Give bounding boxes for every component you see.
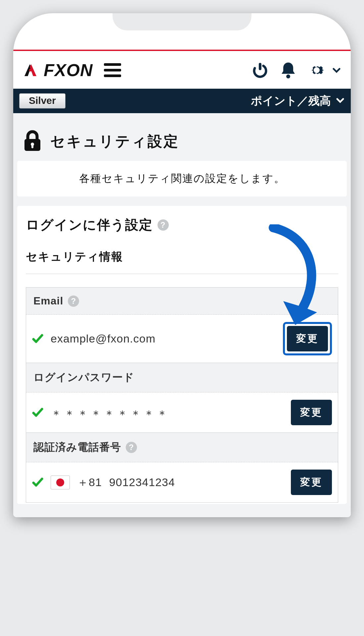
japan-flag-icon — [51, 476, 70, 489]
highlight-frame: 変更 — [283, 322, 332, 355]
help-icon[interactable]: ? — [126, 442, 137, 453]
password-row: ＊＊＊＊＊＊＊＊＊ 変更 — [26, 392, 338, 433]
change-password-button[interactable]: 変更 — [291, 400, 332, 425]
svg-rect-1 — [104, 63, 121, 66]
security-info-subheading: セキュリティ情報 — [26, 249, 338, 264]
intro-card: 各種セキュリティ関連の設定をします。 — [17, 161, 347, 197]
email-row: example@fxon.com 変更 — [26, 315, 338, 363]
power-icon[interactable] — [251, 62, 269, 79]
phone-label: 認証済み電話番号 — [33, 440, 121, 455]
help-icon[interactable]: ? — [68, 295, 79, 307]
password-label: ログインパスワード — [33, 370, 134, 385]
svg-rect-10 — [31, 145, 33, 148]
svg-point-6 — [286, 74, 290, 78]
svg-rect-3 — [104, 74, 121, 77]
account-strip: Silver ポイント／残高 — [13, 89, 351, 113]
app-bar: FXON — [13, 51, 351, 89]
password-header: ログインパスワード — [26, 363, 338, 392]
check-icon — [32, 333, 43, 344]
brand-logo[interactable]: FXON — [21, 60, 93, 80]
lock-icon — [23, 129, 42, 154]
check-icon — [32, 407, 43, 418]
brand-logo-mark-icon — [21, 61, 40, 79]
email-label: Email — [33, 295, 63, 307]
gear-icon[interactable] — [308, 61, 326, 79]
appbar-actions — [251, 61, 341, 79]
divider — [26, 274, 338, 274]
brand-logo-text: FXON — [44, 60, 93, 80]
phone-number: 9012341234 — [109, 476, 175, 489]
page-title-row: セキュリティ設定 — [17, 120, 347, 161]
screen: FXON — [13, 13, 351, 517]
svg-point-0 — [29, 69, 32, 71]
chevron-down-icon — [336, 95, 345, 108]
change-phone-button[interactable]: 変更 — [291, 470, 332, 495]
balance-label: ポイント／残高 — [251, 93, 331, 109]
security-table: Email ? example@fxon.com 変更 — [26, 287, 338, 503]
password-value: ＊＊＊＊＊＊＊＊＊ — [51, 407, 170, 422]
check-icon — [32, 477, 43, 488]
svg-rect-5 — [259, 63, 261, 70]
email-header: Email ? — [26, 288, 338, 315]
intro-text: 各種セキュリティ関連の設定をします。 — [79, 172, 285, 184]
phone-frame: FXON — [13, 13, 351, 517]
phone-header: 認証済み電話番号 ? — [26, 433, 338, 462]
change-email-button[interactable]: 変更 — [287, 326, 328, 351]
svg-point-7 — [314, 68, 319, 72]
page-title: セキュリティ設定 — [50, 132, 179, 151]
phone-notch — [113, 13, 251, 30]
login-settings-heading: ログインに伴う設定 ? — [26, 216, 338, 234]
email-value: example@fxon.com — [51, 332, 156, 345]
login-settings-card: ログインに伴う設定 ? セキュリティ情報 Email — [17, 206, 347, 504]
phone-country-code: ＋81 — [77, 475, 102, 490]
rank-badge[interactable]: Silver — [19, 93, 66, 109]
balance-toggle[interactable]: ポイント／残高 — [251, 93, 345, 109]
chevron-down-icon[interactable] — [332, 66, 341, 74]
help-icon[interactable]: ? — [158, 219, 169, 231]
menu-icon[interactable] — [104, 63, 121, 78]
bell-icon[interactable] — [280, 61, 296, 79]
login-heading-text: ログインに伴う設定 — [26, 216, 153, 234]
page-body: セキュリティ設定 各種セキュリティ関連の設定をします。 ログインに伴う設定 ? … — [13, 113, 351, 517]
svg-rect-2 — [104, 69, 121, 71]
phone-row: ＋81 9012341234 変更 — [26, 462, 338, 503]
